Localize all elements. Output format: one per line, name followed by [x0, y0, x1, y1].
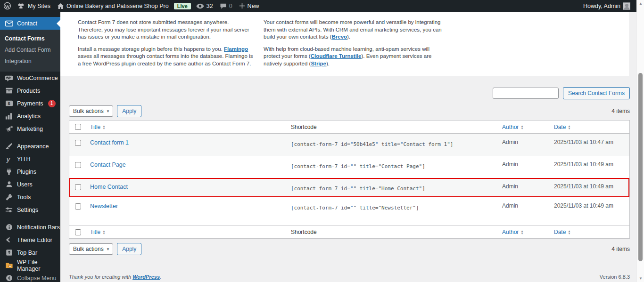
sidebar-item-label: Notification Bars: [17, 224, 60, 231]
sidebar-item-yith[interactable]: y YITH: [0, 153, 60, 165]
sidebar-item-tools[interactable]: Tools: [0, 191, 60, 203]
analytics-icon: [5, 112, 13, 121]
scroll-down-icon[interactable]: ▼: [637, 276, 644, 281]
account-menu[interactable]: Howdy, Admin: [580, 2, 634, 10]
products-icon: [5, 87, 13, 95]
sort-by-date[interactable]: Date▲▼: [554, 124, 571, 130]
bulk-actions-select[interactable]: Bulk actions ▾: [69, 243, 113, 255]
new-menu[interactable]: New: [236, 0, 263, 12]
my-sites-menu[interactable]: My Sites: [15, 0, 54, 12]
page-footer: Thank you for creating with WordPress. V…: [69, 274, 630, 280]
payments-badge: 1: [48, 100, 56, 107]
footer-thanks: Thank you for creating with WordPress.: [69, 274, 161, 280]
apply-button[interactable]: Apply: [117, 105, 141, 117]
sidebar-item-wp-file-manager[interactable]: w WP File Manager: [0, 259, 60, 272]
select-all-checkbox[interactable]: [75, 124, 81, 130]
search-contact-forms-button[interactable]: Search Contact Forms: [563, 87, 630, 99]
wordpress-logo[interactable]: [0, 0, 15, 12]
info-paragraph: With help from cloud-based machine learn…: [264, 46, 444, 68]
sort-by-title[interactable]: Title▲▼: [90, 124, 106, 130]
sort-by-author[interactable]: Author▲▼: [502, 124, 524, 130]
column-header-date: Date: [554, 229, 566, 235]
sidebar-item-settings[interactable]: Settings: [0, 203, 60, 216]
row-checkbox[interactable]: [75, 162, 81, 168]
sidebar-item-users[interactable]: Users: [0, 178, 60, 191]
sidebar-item-plugins[interactable]: Plugins: [0, 165, 60, 178]
submenu-item-contact-forms[interactable]: Contact Forms: [0, 33, 60, 44]
form-title-link[interactable]: Home Contact: [90, 184, 128, 190]
footer-text: Thank you for creating with: [69, 274, 132, 280]
sidebar-item-payments[interactable]: $ Payments 1: [0, 97, 60, 110]
form-author: Admin: [498, 197, 550, 226]
sidebar-item-products[interactable]: Products: [0, 84, 60, 97]
form-author: Admin: [498, 156, 550, 178]
form-title-link[interactable]: Newsletter: [90, 203, 118, 209]
submenu-item-integration[interactable]: Integration: [0, 56, 60, 67]
form-title-link[interactable]: Contact form 1: [90, 139, 129, 146]
form-shortcode[interactable]: [contact-form-7 id="50b41e5" title="Cont…: [287, 134, 498, 156]
sidebar-item-woocommerce[interactable]: WooCommerce: [0, 72, 60, 84]
search-input[interactable]: [493, 88, 559, 99]
scrollbar-thumb[interactable]: [638, 73, 643, 261]
search-row: Search Contact Forms: [493, 87, 630, 99]
select-all-checkbox[interactable]: [75, 229, 81, 235]
sidebar-item-label: WP File Manager: [17, 259, 60, 272]
version-label: Version 6.8.3: [600, 274, 630, 280]
sort-by-title[interactable]: Title▲▼: [90, 229, 106, 235]
form-shortcode[interactable]: [contact-form-7 id="" title="Contact Pag…: [287, 156, 498, 178]
site-menu[interactable]: Online Bakery and Patisserie Shop Pro: [54, 0, 172, 12]
sort-by-author[interactable]: Author▲▼: [502, 229, 524, 235]
info-text: Your contact forms will become more powe…: [264, 19, 442, 40]
info-paragraph: Contact Form 7 does not store submitted …: [78, 19, 253, 41]
apply-button[interactable]: Apply: [117, 243, 141, 255]
collapse-menu-button[interactable]: Collapse Menu: [0, 272, 60, 282]
sidebar-item-appearance[interactable]: Appearance: [0, 140, 60, 153]
form-title-link[interactable]: Contact Page: [90, 161, 126, 168]
sidebar-item-marketing[interactable]: 0 Marketing: [0, 122, 60, 135]
form-shortcode[interactable]: [contact-form-7 id="" title="Newsletter"…: [287, 197, 498, 226]
wordpress-logo-icon: [3, 2, 11, 10]
cloudflare-turnstile-link[interactable]: Cloudflare Turnstile: [311, 53, 362, 59]
column-header-author: Author: [502, 229, 519, 235]
comments-indicator[interactable]: 0: [216, 0, 236, 12]
stripe-link[interactable]: Stripe: [311, 61, 326, 66]
sidebar-item-label: Analytics: [17, 113, 41, 120]
sidebar-item-analytics[interactable]: Analytics: [0, 110, 60, 122]
form-shortcode[interactable]: [contact-form-7 id="" title="Home Contac…: [287, 178, 498, 197]
marketing-icon: 0: [5, 125, 13, 133]
submenu-item-add-contact-form[interactable]: Add Contact Form: [0, 44, 60, 56]
sort-icon: ▲▼: [520, 230, 523, 234]
sidebar-item-label: Plugins: [17, 169, 36, 175]
vertical-scrollbar[interactable]: ▲ ▼: [636, 0, 644, 282]
sort-icon: ▲▼: [520, 125, 523, 129]
bulk-actions-row-top: Bulk actions ▾ Apply 4 items: [69, 105, 630, 118]
flamingo-link[interactable]: Flamingo: [224, 46, 248, 52]
sidebar-item-label: Collapse Menu: [17, 275, 56, 282]
collapse-arrow-icon: [5, 274, 13, 282]
row-checkbox[interactable]: [75, 140, 81, 146]
sidebar-item-label: Appearance: [17, 143, 49, 150]
views-count: 32: [206, 3, 213, 9]
sidebar-item-label: Theme Editor: [17, 237, 52, 243]
sidebar-item-label: Products: [17, 88, 40, 94]
column-header-shortcode: Shortcode: [287, 121, 498, 133]
table-footer-row: Title▲▼ Shortcode Author▲▼ Date▲▼: [69, 226, 629, 238]
plus-icon: [239, 3, 245, 9]
sidebar-item-label: Marketing: [17, 126, 43, 132]
contact-forms-table: Title▲▼ Shortcode Author▲▼ Date▲▼ Contac…: [69, 120, 630, 239]
sort-by-date[interactable]: Date▲▼: [554, 229, 571, 235]
sidebar-item-label: YITH: [17, 156, 30, 162]
brevo-link[interactable]: Brevo: [331, 34, 347, 40]
sidebar-item-notification-bars[interactable]: Notification Bars: [0, 221, 60, 234]
bulk-actions-select[interactable]: Bulk actions ▾: [69, 105, 113, 117]
sidebar-item-contact[interactable]: Contact: [0, 17, 60, 30]
sidebar-item-theme-editor[interactable]: Theme Editor: [0, 234, 60, 246]
sidebar-item-top-bar[interactable]: Top Bar: [0, 246, 60, 259]
row-checkbox[interactable]: [75, 203, 81, 209]
scroll-up-icon[interactable]: ▲: [637, 1, 644, 6]
payments-icon: $: [5, 99, 13, 108]
svg-text:y: y: [6, 155, 10, 162]
views-indicator[interactable]: 32: [193, 0, 216, 12]
row-checkbox[interactable]: [75, 184, 81, 190]
wordpress-link[interactable]: WordPress: [132, 274, 160, 280]
